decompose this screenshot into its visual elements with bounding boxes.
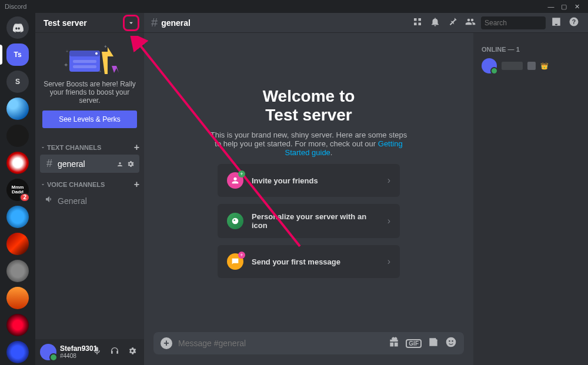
threads-button[interactable] [410, 16, 425, 29]
boost-illustration: ✦ ✦ + + [58, 40, 122, 75]
member-name-redacted [527, 62, 536, 70]
inbox-button[interactable] [549, 16, 563, 29]
svg-point-16 [446, 337, 456, 347]
message-icon: + [227, 253, 243, 270]
chevron-down-icon [127, 19, 135, 27]
server-icon[interactable]: MmmDadd 2 [6, 179, 29, 201]
server-icon[interactable] [6, 287, 29, 309]
svg-text:+: + [99, 69, 101, 73]
svg-point-17 [449, 340, 450, 342]
server-name: Test server [44, 18, 136, 28]
svg-point-15 [233, 220, 235, 222]
server-icon[interactable] [6, 233, 29, 255]
attach-button[interactable]: + [161, 337, 172, 349]
svg-rect-3 [73, 60, 96, 63]
personalize-icon [227, 213, 243, 229]
gear-icon[interactable] [126, 160, 135, 168]
svg-point-2 [95, 52, 98, 55]
svg-text:+: + [66, 49, 68, 53]
notifications-button[interactable] [428, 16, 442, 29]
search-box[interactable] [481, 16, 546, 29]
user-tag: #4408 [60, 353, 86, 359]
unread-badge: 2 [19, 193, 30, 202]
category-text-channels[interactable]: TEXT CHANNELS + [35, 136, 144, 154]
server-icon-test[interactable]: Ts [6, 43, 29, 66]
server-icon-s[interactable]: S [6, 71, 29, 93]
deafen-button[interactable] [108, 346, 122, 358]
server-icon[interactable] [6, 314, 29, 336]
discord-logo-icon [11, 21, 24, 34]
voice-channel-general[interactable]: General [40, 192, 139, 210]
server-icon[interactable] [6, 260, 29, 282]
action-invite-friends[interactable]: + Invite your friends › [218, 164, 400, 197]
create-invite-icon[interactable] [116, 160, 124, 168]
boost-button[interactable]: See Levels & Perks [42, 110, 137, 128]
server-menu-toggle[interactable] [123, 15, 139, 31]
svg-marker-6 [112, 66, 119, 73]
add-channel-button[interactable]: + [134, 179, 139, 190]
action-personalize-server[interactable]: Personalize your server with an icon › [218, 204, 400, 238]
boost-text: Server Boosts are here! Rally your frien… [42, 80, 137, 105]
minimize-button[interactable]: — [544, 3, 557, 10]
emoji-button[interactable] [445, 336, 457, 350]
svg-text:?: ? [572, 18, 576, 25]
svg-text:✦: ✦ [103, 44, 108, 49]
message-composer[interactable]: + GIF [153, 332, 464, 354]
server-rail: Ts S MmmDadd 2 NEW [0, 13, 35, 365]
server-icon[interactable] [6, 98, 29, 120]
add-channel-button[interactable]: + [134, 142, 139, 153]
welcome-subtitle: This is your brand new, shiny server. He… [209, 130, 409, 157]
svg-marker-5 [102, 47, 113, 74]
server-icon[interactable] [6, 125, 29, 147]
welcome-title: Welcome to Test server [263, 87, 355, 125]
members-list: ONLINE — 1 👑 [473, 33, 588, 365]
help-button[interactable]: ? [567, 16, 581, 29]
gif-button[interactable]: GIF [406, 339, 422, 348]
svg-rect-4 [73, 65, 96, 68]
chevron-right-icon: › [387, 216, 390, 226]
boost-card: ✕ ✦ ✦ + + Server Boosts are here! Rally … [35, 33, 144, 136]
chevron-down-icon [40, 182, 46, 187]
channel-general[interactable]: # general [40, 155, 139, 173]
chevron-right-icon: › [387, 256, 390, 267]
settings-button[interactable] [125, 346, 139, 358]
server-icon[interactable] [6, 152, 29, 174]
close-icon[interactable]: ✕ [132, 38, 139, 47]
pinned-button[interactable] [446, 16, 460, 29]
invite-icon: + [227, 172, 243, 189]
hash-icon: # [45, 158, 54, 170]
titlebar: Discord — ▢ ✕ [0, 0, 588, 13]
channel-sidebar: Test server ✕ ✦ ✦ + + [35, 13, 144, 365]
chevron-down-icon [40, 145, 46, 150]
category-voice-channels[interactable]: VOICE CHANNELS + [35, 173, 144, 191]
mute-button[interactable] [90, 346, 104, 358]
member-avatar [482, 58, 497, 73]
server-icon[interactable] [6, 341, 29, 363]
app-name: Discord [5, 3, 544, 10]
member-name-redacted [502, 62, 523, 70]
members-toggle[interactable] [463, 16, 477, 29]
action-send-message[interactable]: + Send your first message › [218, 245, 400, 278]
username: Stefan9301 [60, 345, 86, 353]
home-dm-button[interactable] [6, 16, 29, 39]
svg-point-18 [452, 340, 453, 342]
chevron-right-icon: › [387, 175, 390, 186]
composer-row: + GIF [144, 332, 473, 365]
member-row[interactable]: 👑 [478, 56, 583, 75]
close-button[interactable]: ✕ [570, 3, 583, 11]
server-header[interactable]: Test server [35, 13, 144, 33]
maximize-button[interactable]: ▢ [557, 3, 570, 11]
svg-point-14 [232, 218, 239, 225]
sticker-button[interactable] [427, 336, 439, 350]
channel-header: # general ? [144, 13, 588, 33]
user-panel: Stefan9301 #4408 [35, 339, 144, 365]
server-icon[interactable] [6, 206, 29, 228]
members-group-online: ONLINE — 1 [478, 42, 583, 56]
owner-crown-icon: 👑 [540, 62, 549, 70]
welcome-screen: Welcome to Test server This is your bran… [144, 33, 473, 332]
user-avatar[interactable] [40, 344, 56, 360]
main-area: # general ? Welcome t [144, 13, 588, 365]
message-input[interactable] [178, 339, 382, 348]
speaker-icon [45, 195, 54, 207]
gift-button[interactable] [388, 336, 400, 350]
